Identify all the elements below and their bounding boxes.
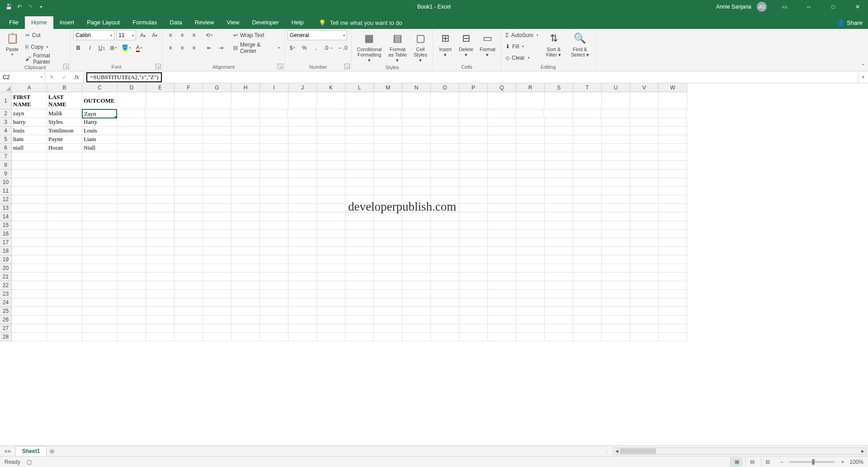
comma-button[interactable]: ,	[311, 43, 321, 53]
cell-G22[interactable]	[203, 281, 231, 290]
cell-J2[interactable]	[288, 109, 316, 118]
cell-S9[interactable]	[545, 170, 573, 178]
cell-W14[interactable]	[659, 212, 687, 221]
decrease-indent-button[interactable]: ⇤	[204, 43, 214, 53]
cell-T2[interactable]	[572, 109, 601, 118]
macro-record-icon[interactable]: ▢	[27, 459, 32, 465]
cell-R6[interactable]	[516, 144, 545, 152]
cell-K3[interactable]	[317, 118, 345, 127]
cell-F17[interactable]	[175, 238, 203, 247]
cell-L2[interactable]	[344, 109, 373, 118]
cell-B9[interactable]	[47, 170, 82, 178]
cell-N16[interactable]	[402, 230, 431, 238]
cell-V14[interactable]	[630, 212, 659, 221]
row-header-24[interactable]: 24	[0, 298, 12, 307]
cell-V6[interactable]	[630, 144, 659, 152]
cell-B3[interactable]: Styles	[47, 118, 82, 127]
cell-E21[interactable]	[146, 273, 175, 281]
cell-Q8[interactable]	[488, 161, 516, 170]
cell-R19[interactable]	[516, 255, 545, 264]
cell-P7[interactable]	[459, 152, 488, 161]
cell-U9[interactable]	[602, 170, 630, 178]
cell-S14[interactable]	[545, 212, 573, 221]
cell-O2[interactable]	[430, 109, 458, 118]
cell-J13[interactable]	[288, 204, 317, 212]
align-right-button[interactable]: ≡	[189, 43, 199, 53]
insert-cells-button[interactable]: ⊞Insert▾	[436, 30, 455, 59]
row-header-16[interactable]: 16	[0, 230, 12, 238]
redo-icon[interactable]: ↷	[26, 3, 34, 11]
cell-N19[interactable]	[402, 255, 431, 264]
cell-Q17[interactable]	[488, 238, 516, 247]
cell-W1[interactable]	[659, 92, 687, 109]
percent-button[interactable]: %	[299, 43, 309, 53]
cell-I22[interactable]	[260, 281, 288, 290]
cell-O20[interactable]	[431, 264, 459, 273]
accept-formula-button[interactable]: ✓	[58, 74, 71, 80]
cell-B21[interactable]	[47, 273, 82, 281]
cell-V23[interactable]	[630, 290, 659, 298]
cell-O25[interactable]	[431, 307, 459, 316]
cell-D4[interactable]	[118, 127, 146, 135]
cell-J7[interactable]	[288, 152, 317, 161]
cell-K27[interactable]	[317, 324, 345, 333]
cell-W6[interactable]	[659, 144, 687, 152]
cell-P9[interactable]	[459, 170, 488, 178]
cell-H12[interactable]	[231, 195, 260, 204]
cell-V19[interactable]	[630, 255, 659, 264]
cell-Q23[interactable]	[488, 290, 516, 298]
cell-V28[interactable]	[630, 333, 659, 341]
tab-data[interactable]: Data	[163, 16, 188, 29]
number-launcher[interactable]: ↘	[344, 64, 350, 69]
cell-P28[interactable]	[459, 333, 488, 341]
cell-S27[interactable]	[545, 324, 573, 333]
cell-O5[interactable]	[431, 135, 459, 144]
cell-F6[interactable]	[175, 144, 203, 152]
cell-E18[interactable]	[146, 247, 175, 255]
cell-A9[interactable]	[12, 170, 47, 178]
cell-R10[interactable]	[516, 178, 545, 187]
cell-T5[interactable]	[573, 135, 602, 144]
cell-F19[interactable]	[175, 255, 203, 264]
row-header-25[interactable]: 25	[0, 307, 12, 316]
scroll-thumb[interactable]	[620, 448, 656, 454]
cell-A19[interactable]	[12, 255, 47, 264]
cell-B12[interactable]	[47, 195, 82, 204]
cell-H2[interactable]	[231, 109, 259, 118]
cell-H25[interactable]	[231, 307, 260, 316]
merge-center-button[interactable]: ⊟Merge & Center▾	[231, 43, 282, 53]
minimize-icon[interactable]: ─	[798, 0, 819, 14]
cell-U6[interactable]	[602, 144, 630, 152]
cell-T19[interactable]	[573, 255, 602, 264]
cell-W28[interactable]	[659, 333, 687, 341]
cell-F21[interactable]	[175, 273, 203, 281]
cell-J15[interactable]	[288, 221, 317, 230]
cell-O18[interactable]	[431, 247, 459, 255]
cell-T24[interactable]	[573, 298, 602, 307]
cell-L18[interactable]	[345, 247, 374, 255]
row-header-26[interactable]: 26	[0, 316, 12, 324]
cell-T15[interactable]	[573, 221, 602, 230]
cell-N15[interactable]	[402, 221, 431, 230]
cell-G23[interactable]	[203, 290, 231, 298]
tab-split-icon[interactable]: ⋮	[605, 449, 609, 454]
border-button[interactable]: ⊞	[108, 43, 118, 53]
cell-G15[interactable]	[203, 221, 231, 230]
cell-S19[interactable]	[545, 255, 573, 264]
cell-H24[interactable]	[231, 298, 260, 307]
cell-H23[interactable]	[231, 290, 260, 298]
cell-I5[interactable]	[260, 135, 288, 144]
cell-T18[interactable]	[573, 247, 602, 255]
cell-A27[interactable]	[12, 324, 47, 333]
col-header-U[interactable]: U	[602, 83, 630, 92]
sheet-tab-1[interactable]: Sheet1	[15, 446, 47, 456]
cell-C23[interactable]	[82, 290, 118, 298]
add-sheet-button[interactable]: ⊕	[47, 448, 57, 455]
cell-Q24[interactable]	[488, 298, 516, 307]
scroll-right-icon[interactable]: ▶	[859, 448, 866, 454]
cell-U2[interactable]	[601, 109, 629, 118]
cell-M18[interactable]	[374, 247, 402, 255]
orientation-button[interactable]: ⟲	[204, 30, 214, 40]
cell-C25[interactable]	[82, 307, 118, 316]
cell-W10[interactable]	[659, 178, 687, 187]
